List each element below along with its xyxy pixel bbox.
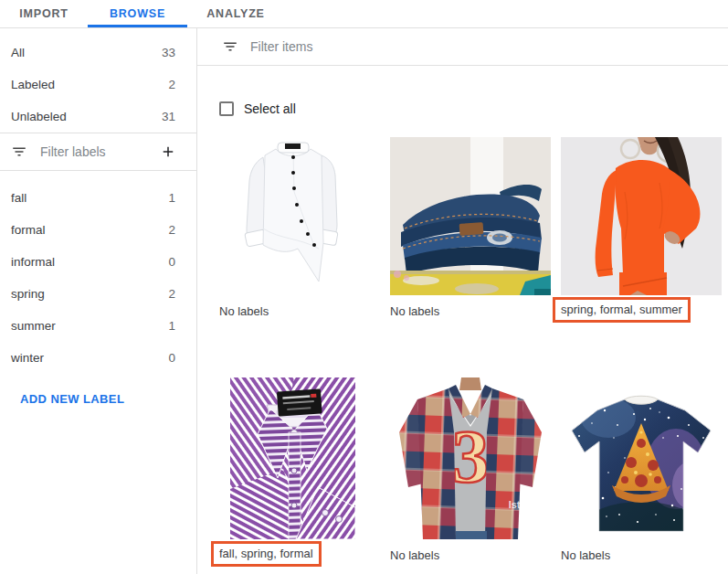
sidebar-labels-list: fall 1 formal 2 informal 0 spring 2 summ… xyxy=(0,171,196,374)
label-name: fall xyxy=(11,191,26,205)
label-count: 2 xyxy=(168,223,175,237)
label-name: informal xyxy=(11,255,55,269)
item-tile-plaid-shirt[interactable]: 3 Istyle99 xyxy=(390,377,551,564)
item-caption: spring, formal, summer xyxy=(561,303,722,320)
tab-import[interactable]: IMPORT xyxy=(0,0,88,27)
filter-labels-input[interactable] xyxy=(38,144,147,160)
dataset-browser-window: IMPORT BROWSE ANALYZE All 33 Labeled 2 U… xyxy=(0,0,728,574)
item-image-plaid-shirt: 3 Istyle99 xyxy=(390,377,551,539)
item-tile-white-shirt[interactable]: No labels xyxy=(219,137,380,320)
label-name: spring xyxy=(11,287,45,301)
count-label: Labeled xyxy=(11,78,55,91)
highlighted-label-box: spring, formal, summer xyxy=(553,297,691,323)
label-count: 0 xyxy=(168,351,175,365)
sidebar-counts: All 33 Labeled 2 Unlabeled 31 xyxy=(0,28,196,133)
item-caption: No labels xyxy=(390,547,551,564)
item-caption: No labels xyxy=(390,303,551,320)
filter-labels-row xyxy=(0,133,196,171)
highlighted-label-box: fall, spring, formal xyxy=(211,541,322,567)
sidebar-label-formal[interactable]: formal 2 xyxy=(0,214,196,246)
tab-browse[interactable]: BROWSE xyxy=(88,0,187,27)
label-count: 2 xyxy=(168,287,175,301)
filter-list-icon xyxy=(11,144,27,160)
sidebar-label-fall[interactable]: fall 1 xyxy=(0,182,196,214)
item-image-jeans-stack xyxy=(390,137,551,295)
item-image-galaxy-pizza-tshirt xyxy=(561,377,721,539)
count-value: 2 xyxy=(168,78,175,91)
select-all-label: Select all xyxy=(244,101,296,116)
label-count: 0 xyxy=(168,255,175,269)
item-caption: No labels xyxy=(219,303,380,320)
watermark-text: Istyle99 xyxy=(509,499,545,510)
label-name: winter xyxy=(11,351,44,365)
item-tile-orange-dress[interactable]: spring, formal, summer xyxy=(561,137,722,320)
count-value: 31 xyxy=(162,110,175,123)
item-image-white-shirt xyxy=(230,137,355,295)
filter-items-row xyxy=(197,28,728,66)
item-image-orange-dress xyxy=(561,137,722,295)
sidebar-label-summer[interactable]: summer 1 xyxy=(0,310,196,342)
add-new-label-button[interactable]: ADD NEW LABEL xyxy=(0,392,196,406)
sidebar-item-all[interactable]: All 33 xyxy=(0,37,196,69)
add-label-plus-button[interactable] xyxy=(158,142,178,162)
tab-analyze[interactable]: ANALYZE xyxy=(187,0,284,27)
label-name: summer xyxy=(11,319,56,333)
image-grid: No labels xyxy=(219,137,722,564)
count-label: All xyxy=(11,46,25,59)
count-value: 33 xyxy=(162,46,175,59)
tab-bar: IMPORT BROWSE ANALYZE xyxy=(0,0,728,28)
item-caption: fall, spring, formal xyxy=(219,547,380,564)
main-panel: Select all xyxy=(197,28,728,574)
sidebar-label-informal[interactable]: informal 0 xyxy=(0,246,196,278)
sidebar: All 33 Labeled 2 Unlabeled 31 xyxy=(0,28,197,574)
item-tile-jeans-stack[interactable]: No labels xyxy=(390,137,551,320)
tee-number: 3 xyxy=(452,415,490,498)
label-count: 1 xyxy=(168,319,175,333)
label-count: 1 xyxy=(168,191,175,205)
filter-items-input[interactable] xyxy=(248,38,728,55)
filter-list-icon xyxy=(222,38,238,55)
item-caption: No labels xyxy=(561,547,722,564)
sidebar-label-winter[interactable]: winter 0 xyxy=(0,342,196,374)
label-name: formal xyxy=(11,223,46,237)
item-image-purple-striped-shirt xyxy=(230,377,355,539)
sidebar-label-spring[interactable]: spring 2 xyxy=(0,278,196,310)
select-all-checkbox[interactable] xyxy=(219,101,234,116)
sidebar-item-unlabeled[interactable]: Unlabeled 31 xyxy=(0,101,196,133)
select-all-row: Select all xyxy=(219,101,728,117)
item-tile-purple-striped-shirt[interactable]: fall, spring, formal xyxy=(219,377,380,564)
count-label: Unlabeled xyxy=(11,110,67,123)
plus-icon xyxy=(160,144,176,160)
item-tile-galaxy-pizza-tshirt[interactable]: No labels xyxy=(561,377,722,564)
sidebar-item-labeled[interactable]: Labeled 2 xyxy=(0,69,196,101)
